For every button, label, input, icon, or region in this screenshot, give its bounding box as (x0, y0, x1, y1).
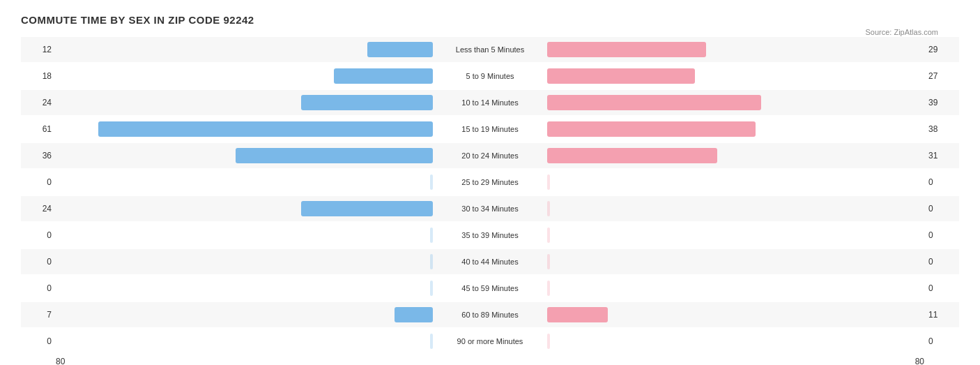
row-label: 30 to 34 Minutes (434, 204, 546, 213)
female-bar (547, 148, 717, 163)
male-bar-wrap (56, 117, 434, 142)
row-label: 35 to 39 Minutes (434, 231, 546, 239)
male-value: 0 (21, 230, 56, 240)
bars-container: 45 to 59 Minutes (56, 276, 924, 301)
female-value: 31 (924, 151, 959, 161)
chart-row: 0 35 to 39 Minutes 0 (21, 223, 959, 248)
female-value: 27 (924, 71, 959, 81)
chart-row: 0 25 to 29 Minutes 0 (21, 170, 959, 195)
row-label: 40 to 44 Minutes (434, 258, 546, 266)
male-bar-wrap (56, 249, 434, 274)
row-label: 5 to 9 Minutes (434, 72, 546, 80)
chart-title: COMMUTE TIME BY SEX IN ZIP CODE 92242 (21, 14, 959, 26)
male-bar (98, 121, 433, 137)
male-value: 36 (21, 151, 56, 161)
female-bar-wrap (546, 170, 924, 195)
row-label: 60 to 89 Minutes (434, 311, 546, 319)
bars-container: 30 to 34 Minutes (56, 196, 924, 221)
male-bar-wrap (56, 223, 434, 248)
bars-container: Less than 5 Minutes (56, 37, 924, 62)
chart-row: 18 5 to 9 Minutes 27 (21, 64, 959, 89)
chart-row: 12 Less than 5 Minutes 29 (21, 37, 959, 62)
male-bar (334, 68, 433, 84)
bars-container: 20 to 24 Minutes (56, 143, 924, 168)
chart-row: 0 90 or more Minutes 0 (21, 329, 959, 354)
female-value: 0 (924, 230, 959, 240)
female-value: 11 (924, 310, 959, 320)
female-value: 0 (924, 204, 959, 214)
male-bar-wrap (56, 302, 434, 327)
female-bar (547, 228, 550, 243)
row-label: 45 to 59 Minutes (434, 284, 546, 292)
female-bar-wrap (546, 117, 924, 142)
bars-container: 60 to 89 Minutes (56, 302, 924, 327)
female-bar (547, 121, 756, 137)
female-bar-wrap (546, 302, 924, 327)
axis-left: 80 (56, 357, 65, 365)
male-value: 7 (21, 310, 56, 320)
female-bar-wrap (546, 37, 924, 62)
bars-container: 25 to 29 Minutes (56, 170, 924, 195)
chart-row: 0 45 to 59 Minutes 0 (21, 276, 959, 301)
female-bar (547, 95, 761, 110)
male-value: 12 (21, 45, 56, 54)
female-bar-wrap (546, 143, 924, 168)
row-label: 10 to 14 Minutes (434, 98, 546, 107)
female-value: 39 (924, 98, 959, 107)
chart-row: 7 60 to 89 Minutes 11 (21, 302, 959, 327)
row-label: 25 to 29 Minutes (434, 178, 546, 186)
source-label: Source: ZipAtlas.com (865, 28, 938, 36)
axis-right: 80 (915, 357, 924, 365)
male-bar-wrap (56, 329, 434, 354)
bars-container: 15 to 19 Minutes (56, 117, 924, 142)
male-value: 61 (21, 124, 56, 134)
chart-area: 12 Less than 5 Minutes 29 18 5 to 9 Minu… (21, 37, 959, 354)
male-bar (367, 42, 433, 57)
bars-container: 35 to 39 Minutes (56, 223, 924, 248)
female-bar-wrap (546, 329, 924, 354)
female-bar-wrap (546, 90, 924, 115)
male-bar (430, 174, 433, 190)
female-value: 29 (924, 45, 959, 54)
male-bar-wrap (56, 37, 434, 62)
female-bar (547, 42, 706, 57)
female-bar-wrap (546, 223, 924, 248)
female-bar-wrap (546, 64, 924, 89)
female-bar (547, 281, 550, 296)
male-bar (236, 148, 433, 163)
chart-row: 0 40 to 44 Minutes 0 (21, 249, 959, 274)
female-bar (547, 334, 550, 349)
male-bar-wrap (56, 170, 434, 195)
female-bar (547, 174, 550, 190)
female-value: 0 (924, 177, 959, 187)
male-bar-wrap (56, 143, 434, 168)
row-label: 90 or more Minutes (434, 337, 546, 345)
female-value: 0 (924, 336, 959, 346)
male-bar (301, 95, 433, 110)
male-value: 0 (21, 336, 56, 346)
female-bar-wrap (546, 249, 924, 274)
male-bar (430, 334, 433, 349)
bars-container: 40 to 44 Minutes (56, 249, 924, 274)
bars-container: 90 or more Minutes (56, 329, 924, 354)
female-bar-wrap (546, 196, 924, 221)
chart-row: 24 10 to 14 Minutes 39 (21, 90, 959, 115)
male-bar (430, 228, 433, 243)
bars-container: 10 to 14 Minutes (56, 90, 924, 115)
chart-row: 61 15 to 19 Minutes 38 (21, 117, 959, 142)
female-value: 0 (924, 257, 959, 267)
female-value: 0 (924, 283, 959, 293)
female-bar (547, 307, 608, 322)
male-value: 0 (21, 257, 56, 267)
male-bar (301, 201, 433, 216)
male-value: 24 (21, 98, 56, 107)
row-label: 15 to 19 Minutes (434, 125, 546, 133)
male-bar (430, 281, 433, 296)
male-bar-wrap (56, 196, 434, 221)
male-bar (430, 254, 433, 269)
chart-row: 36 20 to 24 Minutes 31 (21, 143, 959, 168)
female-bar (547, 68, 695, 84)
chart-row: 24 30 to 34 Minutes 0 (21, 196, 959, 221)
female-bar-wrap (546, 276, 924, 301)
row-label: 20 to 24 Minutes (434, 151, 546, 160)
